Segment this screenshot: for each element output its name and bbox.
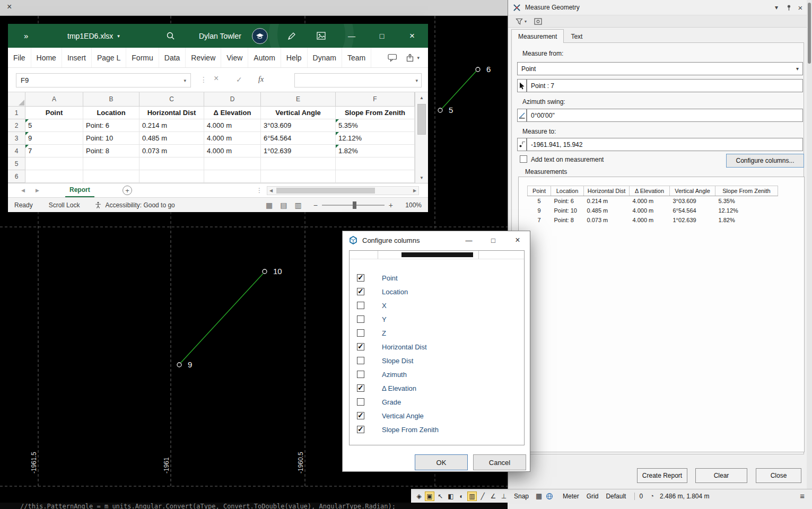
ribbon-tab-view[interactable]: View	[221, 48, 248, 67]
cell[interactable]: Horizontal Dist	[139, 107, 204, 119]
contrast-icon[interactable]: ◐	[457, 492, 466, 501]
zoom-slider-thumb[interactable]	[353, 201, 356, 209]
select-arrow-icon[interactable]: ↖	[435, 492, 445, 501]
share-button[interactable]: ▾	[406, 54, 420, 62]
checkbox[interactable]	[357, 315, 364, 323]
cell[interactable]: Point: 6	[83, 119, 139, 132]
table-col-horizontal-dist[interactable]: Horizontal Dist	[584, 186, 630, 196]
cell[interactable]	[83, 170, 139, 183]
add-sheet-button[interactable]: +	[123, 186, 132, 195]
column-header[interactable]: E	[261, 92, 336, 107]
checkbox[interactable]	[357, 426, 364, 433]
zoom-slider[interactable]	[322, 205, 385, 206]
checkbox[interactable]	[357, 412, 364, 419]
name-box-caret-icon[interactable]: ▾	[184, 78, 186, 83]
column-header[interactable]: F	[336, 92, 415, 107]
table-col-slope-from-zenith[interactable]: Slope From Zenith	[715, 186, 778, 196]
checkbox[interactable]	[357, 329, 364, 337]
zoom-level[interactable]: 100%	[397, 201, 422, 209]
panel-menu-caret-icon[interactable]: ▾	[771, 0, 782, 15]
panel-scrollbar[interactable]	[807, 0, 812, 489]
cell[interactable]	[25, 170, 83, 183]
checkbox[interactable]	[357, 357, 364, 364]
checkbox[interactable]	[357, 302, 364, 309]
table-row[interactable]: 5 Point: 6 0.214 m 4.000 m 3°03.609 5.35…	[528, 196, 778, 206]
scrollbar-thumb[interactable]	[417, 104, 426, 135]
picture-icon[interactable]	[317, 24, 326, 48]
checkbox[interactable]	[357, 343, 364, 350]
snapshot-icon[interactable]	[534, 18, 542, 25]
dialog-minimize-button[interactable]: —	[457, 231, 481, 249]
column-option-y[interactable]: Y	[350, 312, 524, 326]
window-close-button[interactable]: ×	[404, 24, 420, 48]
globe-icon[interactable]	[545, 492, 554, 501]
cell[interactable]: Slope From Zenith	[336, 107, 415, 119]
column-option-x[interactable]: X	[350, 299, 524, 312]
row-header[interactable]: 4	[8, 145, 25, 157]
ribbon-tab-insert[interactable]: Insert	[62, 48, 92, 67]
raster-snap-icon[interactable]: ▦	[534, 492, 544, 501]
view-page-break-icon[interactable]: ▥	[294, 201, 301, 209]
name-box[interactable]: F9 ▾	[16, 73, 191, 87]
cell[interactable]: 0.485 m	[139, 132, 204, 145]
ribbon-tab-page-layout[interactable]: Page L	[92, 48, 126, 67]
row-header[interactable]: 6	[8, 170, 25, 183]
ribbon-tab-file[interactable]: File	[8, 48, 31, 67]
cell[interactable]: 7	[25, 145, 83, 157]
cell[interactable]: Point: 8	[83, 145, 139, 157]
status-accessibility[interactable]: Accessibility: Good to go	[105, 201, 174, 209]
panel-scrollbar-thumb[interactable]	[808, 3, 811, 64]
view-page-layout-icon[interactable]: ▤	[280, 201, 287, 209]
column-option-location[interactable]: Location	[350, 285, 524, 299]
column-option-delta-elevation[interactable]: Δ Elevation	[350, 381, 524, 395]
column-option-point[interactable]: Point	[350, 271, 524, 285]
maximize-button[interactable]: □	[374, 24, 390, 48]
column-option-slope-from-zenith[interactable]: Slope From Zenith	[350, 423, 524, 436]
cell[interactable]: 3°03.609	[261, 119, 336, 132]
create-report-button[interactable]: Create Report	[637, 468, 687, 483]
table-row[interactable]: 7 Point: 8 0.073 m 4.000 m 1°02.639 1.82…	[528, 215, 778, 225]
cell[interactable]: 0.214 m	[139, 119, 204, 132]
cell[interactable]: 4.000 m	[204, 119, 261, 132]
ribbon-tab-home[interactable]: Home	[31, 48, 62, 67]
dialog-close-button[interactable]: ×	[505, 231, 530, 249]
pin-icon[interactable]	[783, 0, 794, 15]
cell[interactable]: 4.000 m	[204, 132, 261, 145]
close-icon[interactable]: ×	[7, 2, 12, 12]
search-icon[interactable]	[166, 24, 175, 48]
quick-access-chevrons-icon[interactable]: »	[24, 24, 28, 48]
scroll-up-icon[interactable]: ▲	[415, 92, 428, 103]
dialog-maximize-button[interactable]: □	[481, 231, 505, 249]
select-all-corner[interactable]	[8, 92, 25, 107]
comments-icon[interactable]	[388, 54, 397, 62]
cell[interactable]: Vertical Angle	[261, 107, 336, 119]
cell[interactable]	[204, 157, 261, 170]
cell[interactable]: Δ Elevation	[204, 107, 261, 119]
scroll-down-icon[interactable]: ▼	[415, 172, 428, 183]
cell[interactable]	[336, 157, 415, 170]
column-option-horizontal-dist[interactable]: Horizontal Dist	[350, 340, 524, 354]
column-header[interactable]: A	[25, 92, 83, 107]
tab-measurement[interactable]: Measurement	[511, 29, 564, 43]
default-layer-button[interactable]: Default	[606, 493, 626, 500]
cancel-button[interactable]: Cancel	[473, 454, 526, 470]
view-cube-icon[interactable]: ◈	[414, 492, 424, 501]
draw-pen-icon[interactable]	[287, 24, 296, 48]
row-header[interactable]: 3	[8, 132, 25, 145]
snap-midpoint-icon[interactable]: ◧	[446, 492, 456, 501]
table-col-vertical-angle[interactable]: Vertical Angle	[670, 186, 715, 196]
ribbon-tab-help[interactable]: Help	[281, 48, 308, 67]
horizontal-scrollbar[interactable]: ◀ ▶	[267, 186, 419, 195]
column-option-azimuth[interactable]: Azimuth	[350, 367, 524, 381]
confirm-entry-icon[interactable]: ✓	[236, 75, 242, 84]
cell[interactable]	[336, 170, 415, 183]
cell[interactable]	[139, 170, 204, 183]
clear-button[interactable]: Clear	[695, 468, 747, 483]
column-header[interactable]: D	[204, 92, 261, 107]
ortho-icon[interactable]: ⊥	[499, 492, 509, 501]
cell[interactable]	[261, 157, 336, 170]
cell[interactable]	[261, 170, 336, 183]
table-col-point[interactable]: Point	[528, 186, 551, 196]
azimuth-swing-field[interactable]: 0°00'00"	[527, 109, 803, 122]
formula-input[interactable]: ▾	[294, 73, 422, 87]
